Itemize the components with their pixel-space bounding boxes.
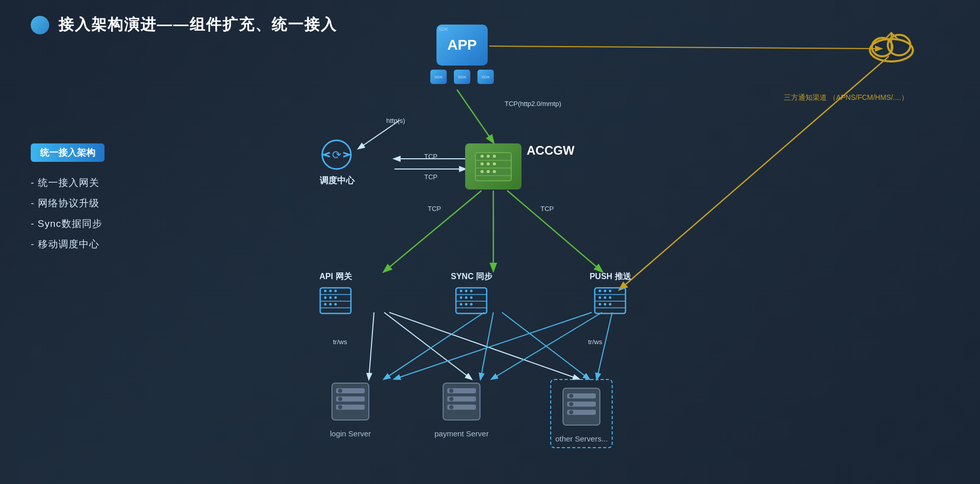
feature-item-4: - 移动调度中心	[31, 238, 195, 251]
api-gw-icon	[318, 285, 353, 316]
label-https: http(s)	[386, 117, 405, 124]
svg-point-71	[604, 297, 607, 299]
svg-line-14	[492, 312, 602, 379]
other-server-icon	[559, 384, 604, 429]
svg-point-29	[487, 155, 490, 158]
accgw-icon	[473, 150, 514, 183]
feature-list: - 统一接入网关 - 网络协议升级 - Sync数据同步 - 移动调度中心	[31, 176, 195, 251]
sdk-2: SDK	[454, 70, 470, 84]
svg-point-58	[465, 297, 468, 299]
svg-line-1	[359, 120, 400, 149]
svg-point-57	[460, 297, 463, 299]
svg-line-10	[384, 312, 484, 379]
payment-server-label: payment Server	[434, 429, 489, 438]
svg-point-34	[481, 170, 484, 173]
app-box: SDK APP	[436, 25, 488, 66]
other-servers-label: other Servers...	[555, 434, 608, 443]
svg-point-28	[481, 155, 484, 158]
login-server-icon	[328, 379, 373, 424]
api-gateway-node: API 网关	[318, 271, 353, 316]
svg-line-13	[394, 312, 592, 379]
svg-point-89	[449, 405, 453, 409]
svg-point-43	[335, 290, 337, 292]
other-servers-node: other Servers...	[550, 379, 613, 448]
svg-point-42	[329, 290, 332, 292]
svg-point-35	[487, 170, 490, 173]
svg-point-94	[569, 402, 573, 406]
svg-point-73	[599, 303, 601, 306]
accgw-node	[465, 143, 522, 190]
svg-point-75	[609, 303, 612, 306]
svg-line-6	[507, 191, 602, 271]
svg-point-54	[460, 290, 463, 292]
svg-point-87	[449, 397, 453, 401]
push-label: PUSH 推送	[590, 271, 631, 282]
svg-line-12	[502, 312, 589, 379]
login-server-node: login Server	[328, 379, 373, 438]
cloud-node	[866, 25, 922, 66]
label-tcp2: TCP	[424, 173, 437, 181]
label-trws2: tr/ws	[588, 338, 602, 346]
svg-point-74	[604, 303, 607, 306]
sdk-3: SDK	[477, 70, 494, 84]
svg-point-32	[487, 162, 490, 165]
svg-point-85	[449, 389, 453, 393]
svg-point-70	[599, 297, 601, 299]
svg-point-92	[569, 394, 573, 398]
svg-point-59	[470, 297, 473, 299]
cloud-icon	[866, 25, 917, 63]
svg-point-60	[460, 303, 463, 306]
gateway-row: API 网关 SYNC 同步	[318, 271, 631, 316]
header-dot	[31, 16, 49, 34]
svg-point-30	[493, 155, 496, 158]
login-server-label: login Server	[330, 429, 371, 438]
sdk-1: SDK	[430, 70, 447, 84]
svg-point-55	[465, 290, 468, 292]
label-tcp4: TCP	[540, 205, 554, 213]
app-node: SDK APP SDK SDK SDK	[430, 25, 494, 84]
svg-line-9	[389, 312, 579, 379]
sync-icon	[453, 285, 489, 316]
svg-point-44	[324, 297, 327, 299]
svg-point-68	[604, 290, 607, 292]
payment-server-node: payment Server	[434, 379, 489, 438]
svg-point-49	[335, 303, 337, 306]
svg-point-33	[493, 162, 496, 165]
feature-item-1: - 统一接入网关	[31, 176, 195, 190]
svg-point-82	[338, 405, 342, 409]
svg-line-7	[369, 312, 374, 379]
label-trws1: tr/ws	[333, 338, 347, 346]
header: 接入架构演进——组件扩充、统一接入	[31, 14, 337, 35]
svg-point-80	[338, 397, 342, 401]
sync-node: SYNC 同步	[451, 271, 492, 316]
server-row: login Server payment Server	[328, 379, 613, 448]
svg-point-36	[493, 170, 496, 173]
svg-point-45	[329, 297, 332, 299]
svg-line-16	[620, 56, 889, 289]
dispatch-icon: ⟳	[318, 138, 356, 172]
svg-point-41	[324, 290, 327, 292]
app-label: APP	[447, 37, 477, 53]
svg-line-4	[384, 191, 482, 271]
svg-point-31	[481, 162, 484, 165]
dispatch-center-node: ⟳ 调度中心	[318, 138, 356, 186]
feature-item-2: - 网络协议升级	[31, 197, 195, 210]
api-gw-label: API 网关	[319, 271, 351, 282]
svg-line-11	[481, 312, 493, 379]
payment-server-icon	[439, 379, 484, 424]
accgw-label: ACCGW	[527, 143, 574, 158]
push-node: PUSH 推送	[590, 271, 631, 316]
svg-point-69	[609, 290, 612, 292]
svg-point-46	[335, 297, 337, 299]
svg-point-47	[324, 303, 327, 306]
svg-point-78	[338, 389, 342, 393]
sync-label: SYNC 同步	[451, 271, 492, 282]
svg-point-96	[569, 410, 573, 414]
label-tcp1: TCP	[424, 153, 437, 160]
svg-line-0	[457, 90, 493, 142]
svg-point-61	[465, 303, 468, 306]
architecture-badge: 统一接入架构	[31, 143, 105, 162]
svg-point-48	[329, 303, 332, 306]
sdk-row: SDK SDK SDK	[430, 70, 494, 84]
push-icon	[592, 285, 628, 316]
